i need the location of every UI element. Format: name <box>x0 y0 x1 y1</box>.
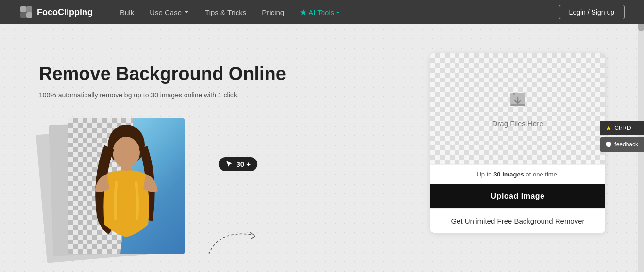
svg-text:+: + <box>336 9 339 16</box>
logo-text: FocoClipping <box>37 7 93 17</box>
nav-ai-tools[interactable]: AI Tools + <box>300 8 343 16</box>
nav-use-case[interactable]: Use Case <box>150 8 189 16</box>
svg-rect-10 <box>510 104 525 106</box>
main-image-card <box>68 118 185 254</box>
svg-rect-3 <box>26 12 32 18</box>
image-count: 30 images <box>493 171 524 178</box>
hero-subtitle: 100% automatically remove bg up to 30 im… <box>39 91 411 99</box>
feedback-button[interactable]: feedback <box>600 137 644 152</box>
badge-30-plus: 30 + <box>219 157 257 171</box>
svg-marker-11 <box>606 126 611 131</box>
upload-info: Up to 30 images at one time. <box>430 165 605 184</box>
upload-panel: Drag Files Here Up to 30 images at one t… <box>430 53 605 233</box>
svg-rect-2 <box>20 12 26 18</box>
logo[interactable]: FocoClipping <box>19 5 93 19</box>
nav-pricing[interactable]: Pricing <box>262 8 284 16</box>
nav-tips-tricks[interactable]: Tips & Tricks <box>205 8 246 16</box>
svg-rect-9 <box>513 93 515 95</box>
nav-bulk[interactable]: Bulk <box>120 8 134 16</box>
bookmark-button[interactable]: Ctrl+D <box>600 121 644 135</box>
upload-button[interactable]: Upload Image <box>430 184 605 208</box>
illustration-area: 30 + <box>39 118 272 264</box>
bookmark-label: Ctrl+D <box>614 125 631 131</box>
svg-rect-1 <box>26 6 32 12</box>
dropzone[interactable]: Drag Files Here <box>430 53 605 165</box>
unlimited-button[interactable]: Get Unlimited Free Background Remover <box>430 208 605 233</box>
download-icon <box>508 91 527 114</box>
upload-panel-wrapper: Drag Files Here Up to 30 images at one t… <box>430 53 605 233</box>
feedback-label: feedback <box>614 141 638 148</box>
navigation: FocoClipping Bulk Use Case Tips & Tricks… <box>0 0 644 24</box>
floating-buttons: Ctrl+D feedback <box>600 121 644 152</box>
hero-title: Remove Background Online <box>39 63 411 85</box>
svg-point-6 <box>113 137 140 168</box>
svg-rect-0 <box>20 6 26 12</box>
login-button[interactable]: Login / Sign up <box>559 5 625 19</box>
main-content: Remove Background Online 100% automatica… <box>0 24 644 272</box>
svg-rect-12 <box>606 142 611 146</box>
drag-files-text: Drag Files Here <box>492 119 543 128</box>
hero-section: Remove Background Online 100% automatica… <box>39 53 411 264</box>
